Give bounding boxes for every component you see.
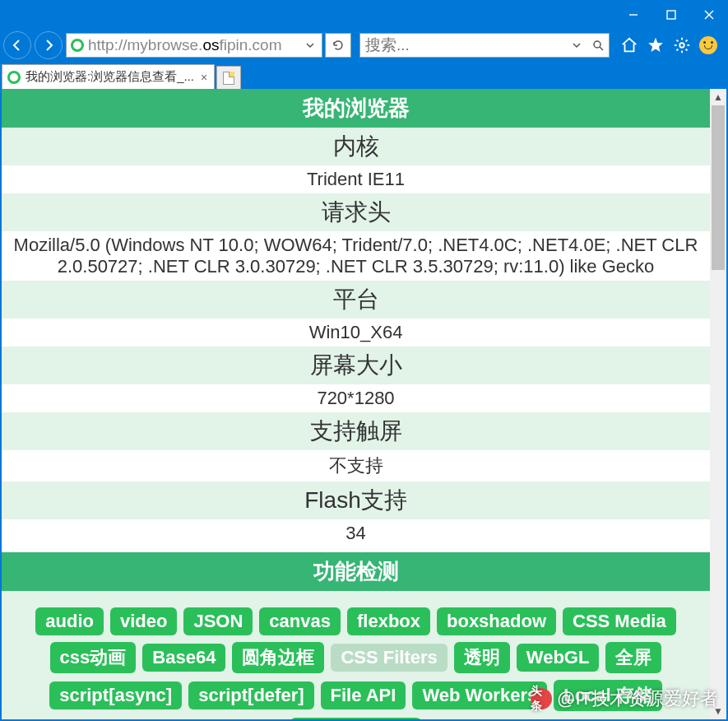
scroll-thumb[interactable] [712, 105, 725, 270]
window-frame: http://mybrowse.osfipin.com [0, 0, 728, 721]
info-header: 屏幕大小 [2, 347, 710, 384]
feature-chip[interactable]: JSON [183, 607, 253, 635]
gear-icon[interactable] [672, 35, 692, 55]
vertical-scrollbar[interactable]: ▲ ▼ [710, 89, 726, 719]
feature-chip[interactable]: video [110, 607, 177, 635]
back-button[interactable] [3, 31, 31, 59]
info-header: 平台 [2, 281, 710, 319]
feature-chip[interactable]: Session 存储 [290, 718, 420, 719]
toolbar: http://mybrowse.osfipin.com [0, 30, 728, 61]
svg-line-5 [600, 47, 603, 50]
feature-chip[interactable]: css动画 [50, 642, 137, 673]
feature-chip[interactable]: boxshadow [437, 607, 556, 635]
feature-chip[interactable]: CSS Filters [331, 644, 447, 672]
info-rows: 内核Trident IE11请求头Mozilla/5.0 (Windows NT… [2, 128, 710, 547]
refresh-button[interactable] [325, 33, 351, 58]
page-title: 我的浏览器 [2, 89, 710, 128]
watermark-icon: 头条 [531, 688, 552, 709]
info-value: Win10_X64 [2, 319, 710, 347]
site-favicon-icon [67, 39, 88, 52]
svg-rect-1 [667, 11, 675, 19]
svg-point-4 [594, 41, 600, 48]
scroll-up-icon[interactable]: ▲ [710, 89, 726, 105]
watermark: 头条 @IT技术资源爱好者 [531, 686, 718, 711]
minimize-button[interactable] [614, 0, 652, 30]
quick-icons [613, 35, 725, 55]
feature-chip[interactable]: 透明 [454, 642, 510, 673]
close-button[interactable] [690, 0, 728, 30]
feature-chip[interactable]: 全屏 [605, 642, 661, 673]
info-value: 不支持 [2, 450, 710, 481]
tab-strip: 我的浏览器:浏览器信息查看_... × [0, 61, 728, 89]
new-tab-button[interactable] [216, 66, 241, 89]
scroll-track[interactable] [710, 105, 726, 703]
info-value: 720*1280 [2, 384, 710, 412]
tab-title: 我的浏览器:浏览器信息查看_... [26, 69, 194, 85]
feature-chip[interactable]: audio [35, 607, 104, 635]
search-go-button[interactable] [587, 34, 610, 57]
info-value: Trident IE11 [2, 165, 710, 193]
home-icon[interactable] [619, 35, 639, 55]
tab-active[interactable]: 我的浏览器:浏览器信息查看_... × [2, 64, 215, 89]
feature-chip[interactable]: 圆角边框 [232, 642, 324, 673]
feature-chip[interactable]: Web Workers [412, 681, 547, 709]
svg-point-6 [679, 43, 684, 48]
title-bar [0, 0, 728, 30]
new-tab-icon [223, 72, 234, 85]
feature-chip[interactable]: CSS Media [563, 607, 676, 635]
search-input[interactable] [360, 36, 565, 54]
info-header: 内核 [2, 128, 710, 165]
info-value: 34 [2, 519, 710, 547]
page-content: 我的浏览器 内核Trident IE11请求头Mozilla/5.0 (Wind… [2, 89, 710, 719]
address-bar[interactable]: http://mybrowse.osfipin.com [66, 33, 322, 58]
feature-chip[interactable]: flexbox [347, 607, 430, 635]
info-header: 支持触屏 [2, 412, 710, 450]
tab-favicon-icon [7, 71, 21, 84]
watermark-text: @IT技术资源爱好者 [557, 686, 718, 711]
address-text: http://mybrowse.osfipin.com [88, 36, 299, 54]
forward-button[interactable] [35, 31, 63, 59]
feature-chip[interactable]: script[async] [49, 681, 182, 709]
smile-icon[interactable] [698, 35, 718, 55]
search-dropdown-icon[interactable] [565, 34, 587, 57]
feature-chip[interactable]: File API [321, 681, 406, 709]
maximize-button[interactable] [652, 0, 690, 30]
search-bar [359, 33, 610, 58]
tab-close-icon[interactable]: × [199, 71, 209, 84]
address-dropdown-icon[interactable] [299, 41, 322, 49]
feature-chip[interactable]: canvas [259, 607, 341, 635]
feature-chip[interactable]: Base64 [142, 644, 225, 672]
info-header: Flash支持 [2, 481, 710, 519]
feature-chip[interactable]: script[defer] [188, 681, 313, 709]
info-value: Mozilla/5.0 (Windows NT 10.0; WOW64; Tri… [2, 231, 710, 281]
feature-chip[interactable]: WebGL [517, 644, 600, 672]
section-feature-title: 功能检测 [2, 552, 710, 591]
star-icon[interactable] [646, 35, 665, 55]
info-header: 请求头 [2, 193, 710, 231]
viewport: 我的浏览器 内核Trident IE11请求头Mozilla/5.0 (Wind… [2, 89, 726, 719]
